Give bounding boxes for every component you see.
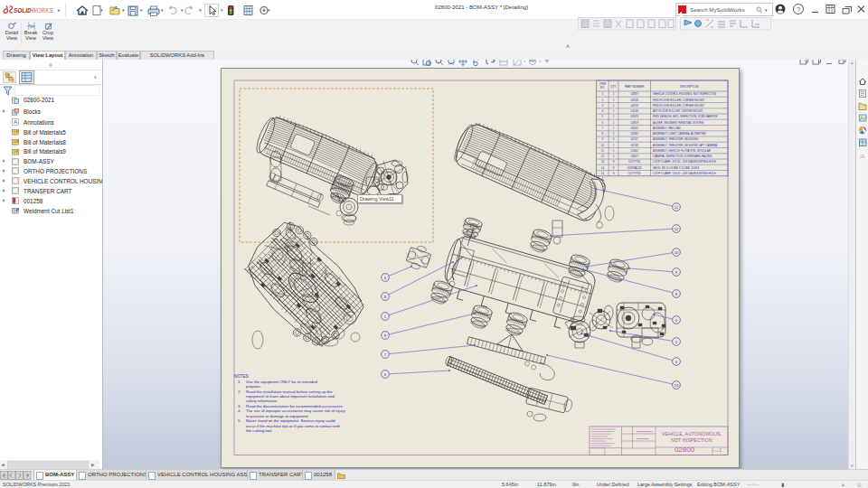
svg-text:FWD SENSOR, MK2, INSPECTION, S: FWD SENSOR, MK2, INSPECTION, STBD HARPUR <box>653 115 718 118</box>
svg-text:FWD FLOOR ROLLER, CORNER MOUNT: FWD FLOOR ROLLER, CORNER MOUNT <box>653 99 705 102</box>
svg-text:9: 9 <box>602 137 604 141</box>
svg-text:01662: 01662 <box>631 149 639 153</box>
svg-text:purpose.: purpose. <box>246 384 261 389</box>
svg-text:02973: 02973 <box>631 115 639 118</box>
svg-text:1: 1 <box>613 109 615 113</box>
svg-text:8: 8 <box>613 160 615 164</box>
svg-text:8: 8 <box>613 166 615 170</box>
svg-text:15: 15 <box>601 172 605 175</box>
svg-text:3.: 3. <box>238 404 241 408</box>
svg-text:51777735: 51777735 <box>628 172 641 175</box>
svg-text:VEHICLE CONTROL HOUSING, NDT I: VEHICLE CONTROL HOUSING, NDT INSPECTION <box>653 92 716 96</box>
svg-text:SHCS, M5 X 0.8 MM X 12 MM, 316: SHCS, M5 X 0.8 MM X 12 MM, 316SS <box>653 166 699 170</box>
svg-text:QTY.: QTY. <box>610 85 617 89</box>
svg-text:10: 10 <box>675 250 679 255</box>
svg-text:ASSEMBLY, LIGHT, CAMERA, ALTIM: ASSEMBLY, LIGHT, CAMERA, ALTIMETER <box>653 132 706 136</box>
svg-text:ASSEMBLY, VEHICLE FLOTATION, M: ASSEMBLY, VEHICLE FLOTATION, MODULAR <box>653 149 712 153</box>
svg-text:to persons or damage to equipm: to persons or damage to equipment. <box>246 414 309 418</box>
svg-text:Use the equipment ONLY for its: Use the equipment ONLY for its intended <box>246 380 317 384</box>
svg-text:AFT FLOOR ROLLER, CENTER MOUNT: AFT FLOOR ROLLER, CENTER MOUNT <box>653 109 703 113</box>
svg-text:02887: 02887 <box>631 92 639 96</box>
svg-text:LOOP CLAMP, .375 ID, .203 DIA: LOOP CLAMP, .375 ID, .203 DIA MOUNTING H… <box>653 160 716 164</box>
svg-text:1: 1 <box>613 99 615 102</box>
svg-text:CAMERA, INSPECTION, DOWNWARD-F: CAMERA, INSPECTION, DOWNWARD-FACING <box>653 155 712 158</box>
svg-text:Never stand on the equipment.: Never stand on the equipment. Serious in… <box>246 418 335 423</box>
svg-text:02607: 02607 <box>631 155 639 158</box>
svg-text:5: 5 <box>602 115 604 118</box>
svg-text:NOTES:: NOTES: <box>234 374 250 379</box>
svg-text:8: 8 <box>613 137 615 141</box>
svg-text:1: 1 <box>613 92 615 96</box>
svg-text:FWD FLOOR ROLLER, CORNER MOUNT: FWD FLOOR ROLLER, CORNER MOUNT <box>653 104 705 108</box>
svg-text:1: 1 <box>720 447 722 453</box>
svg-text:14: 14 <box>601 166 605 170</box>
svg-text:11: 11 <box>601 149 604 153</box>
svg-text:5.: 5. <box>238 418 241 423</box>
svg-text:NDT INSPECTION: NDT INSPECTION <box>671 437 712 443</box>
svg-text:02055: 02055 <box>631 127 639 130</box>
svg-text:92298A128: 92298A128 <box>627 166 642 170</box>
svg-text:11: 11 <box>675 205 679 210</box>
svg-text:51777731: 51777731 <box>628 160 641 164</box>
svg-text:12: 12 <box>675 227 679 231</box>
svg-text:04709: 04709 <box>631 104 639 108</box>
svg-text:DESCRIPTION: DESCRIPTION <box>680 85 699 89</box>
svg-text:04708: 04708 <box>631 99 639 102</box>
svg-text:8: 8 <box>602 132 604 136</box>
svg-text:1: 1 <box>613 155 615 158</box>
svg-text:PART NUMBER: PART NUMBER <box>625 85 645 89</box>
svg-text:2: 2 <box>602 99 604 102</box>
svg-text:ASSEMBLY, THRUSTER, MOUNTED: ASSEMBLY, THRUSTER, MOUNTED <box>653 137 699 141</box>
svg-text:13: 13 <box>601 160 605 164</box>
svg-text:LOOP CLAMP, .500 ID, .203 DIA: LOOP CLAMP, .500 ID, .203 DIA MOUNTING H… <box>653 172 716 175</box>
svg-text:02800: 02800 <box>675 446 695 454</box>
svg-text:1: 1 <box>613 127 615 130</box>
svg-text:the cutting tool.: the cutting tool. <box>246 428 272 433</box>
svg-text:02082: 02082 <box>631 132 639 136</box>
svg-text:02248: 02248 <box>631 109 639 113</box>
svg-text:1: 1 <box>613 104 615 108</box>
svg-text:1: 1 <box>613 121 615 125</box>
svg-text:NO.: NO. <box>600 86 606 89</box>
svg-text:3: 3 <box>602 104 604 108</box>
svg-text:AUGER, SEDIMENT REMOVAL SYSTEM: AUGER, SEDIMENT REMOVAL SYSTEM <box>653 121 704 125</box>
svg-text:Read the documentation for rec: Read the documentation for recommended a… <box>246 404 344 408</box>
svg-text:10: 10 <box>601 144 605 147</box>
svg-text:1: 1 <box>613 144 615 147</box>
svg-text:6: 6 <box>602 121 604 125</box>
svg-text:Read the installation manual b: Read the installation manual before sett… <box>246 389 333 394</box>
svg-text:occur if the machine tips or i: occur if the machine tips or if you come… <box>246 424 341 428</box>
svg-text:equipment to learn about impor: equipment to learn about important insta… <box>246 394 335 399</box>
svg-text:1: 1 <box>613 115 615 118</box>
svg-text:ASSEMBLY, THRUSTER, MOUNTED, A: ASSEMBLY, THRUSTER, MOUNTED, AFT CAMERA <box>653 144 717 147</box>
svg-text:02117: 02117 <box>631 137 638 141</box>
svg-text:ASSEMBLY, PAYLOAD: ASSEMBLY, PAYLOAD <box>653 127 682 130</box>
svg-text:4: 4 <box>602 109 604 113</box>
svg-text:VEHICLE, AUTONOMOUS,: VEHICLE, AUTONOMOUS, <box>662 431 722 436</box>
svg-text:7: 7 <box>602 127 604 130</box>
svg-text:?: ? <box>797 5 801 14</box>
svg-text:4.: 4. <box>238 408 241 413</box>
svg-text:3: 3 <box>613 172 615 175</box>
svg-text:The use of improper accessorie: The use of improper accessories may caus… <box>246 408 345 413</box>
svg-text:1: 1 <box>613 149 615 153</box>
svg-text:02118: 02118 <box>631 144 638 147</box>
svg-text:safety information.: safety information. <box>246 399 278 403</box>
svg-text:2.: 2. <box>238 389 241 394</box>
svg-text:1: 1 <box>602 92 604 96</box>
svg-text:13: 13 <box>675 383 679 388</box>
svg-text:1.: 1. <box>238 380 241 384</box>
svg-text:12: 12 <box>601 155 605 158</box>
svg-text:02859: 02859 <box>631 121 639 125</box>
svg-text:1: 1 <box>613 132 615 136</box>
